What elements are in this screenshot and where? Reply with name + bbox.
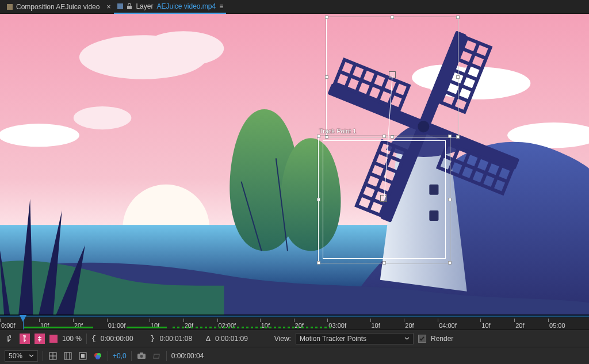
ruler-tick: 01:00f: [107, 319, 150, 325]
scale-value[interactable]: 100 %: [62, 335, 82, 343]
track-attach-point[interactable]: [389, 71, 396, 78]
view-dropdown-value: Motion Tracker Points: [300, 335, 366, 343]
tab-composition[interactable]: Composition AEJuice video: [3, 0, 103, 14]
tab-layer-prefix: Layer: [136, 2, 153, 10]
svg-point-7: [0, 124, 79, 147]
tab-layer[interactable]: Layer AEJuice video.mp4 ≡: [114, 0, 226, 14]
delta-time: 0:00:01:09: [215, 335, 248, 343]
ruler-tick: 05:00: [548, 319, 589, 325]
time-ticks: 0:00f10f20f01:00f10f20f02:00f10f20f03:00…: [0, 319, 589, 330]
ruler-tick: 10f: [150, 319, 183, 325]
ruler-tick: 10f: [370, 319, 404, 325]
panel-tabs: Composition AEJuice video × Layer AEJuic…: [0, 0, 589, 14]
ruler-tick: 02:00f: [217, 319, 260, 325]
render-checkbox[interactable]: [418, 335, 426, 343]
ruler-tick: 10f: [260, 319, 294, 325]
svg-rect-47: [64, 352, 71, 359]
chevron-down-icon: [29, 352, 34, 360]
svg-point-3: [74, 106, 132, 129]
svg-rect-13: [429, 210, 438, 221]
ruler-tick: 0:00f: [0, 319, 39, 325]
footer-bar: 50% +0,0: [0, 347, 589, 364]
track-feature-center[interactable]: [380, 195, 387, 202]
time-ruler[interactable]: 0:00f10f20f01:00f10f20f02:00f10f20f03:00…: [0, 315, 589, 329]
out-time[interactable]: 0:00:01:08: [159, 335, 192, 343]
ruler-tick: 20f: [514, 319, 548, 325]
viewer[interactable]: Track Point 1: [0, 14, 589, 315]
svg-point-52: [95, 355, 100, 359]
cache-segment: [24, 327, 93, 328]
ruler-tick: 20f: [73, 319, 107, 325]
lock-icon: [127, 3, 132, 10]
preview-artwork: [0, 14, 589, 315]
svg-rect-55: [140, 352, 143, 354]
view-dropdown[interactable]: Motion Tracker Points: [296, 333, 414, 344]
chevron-down-icon: [404, 335, 410, 343]
cache-segment: [127, 327, 167, 328]
in-bracket-icon[interactable]: {: [91, 334, 96, 343]
ruler-tick: 10f: [39, 319, 73, 325]
view-label: View:: [274, 335, 291, 343]
zoom-value: 50%: [9, 352, 22, 360]
motion-sketch-icon[interactable]: [5, 334, 15, 344]
close-tab-icon[interactable]: ×: [106, 3, 110, 11]
panel-menu-icon[interactable]: ≡: [219, 2, 223, 10]
ruler-tick: 04:00f: [438, 319, 480, 325]
ruler-tick: 20f: [183, 319, 217, 325]
render-label: Render: [431, 335, 453, 343]
track-point-label: Track Point 1: [319, 128, 356, 135]
current-time[interactable]: 0:00:00:04: [171, 352, 204, 360]
ruler-tick: 20f: [404, 319, 438, 325]
ruler-tick: 10f: [480, 319, 514, 325]
show-snapshot-icon[interactable]: [151, 351, 162, 361]
snapshot-icon[interactable]: [136, 351, 147, 361]
mask-icon[interactable]: [78, 351, 88, 361]
exposure-value[interactable]: +0,0: [113, 352, 127, 360]
channels-icon[interactable]: [93, 351, 103, 361]
ruler-tick: 20f: [294, 319, 328, 325]
out-bracket-icon[interactable]: }: [151, 334, 155, 343]
tab-composition-label: Composition AEJuice video: [16, 3, 100, 11]
roto-brush-icon[interactable]: [20, 334, 30, 344]
in-time[interactable]: 0:00:00:00: [101, 335, 133, 343]
refine-edge-icon[interactable]: [35, 334, 45, 344]
svg-point-54: [140, 355, 143, 358]
guides-icon[interactable]: [63, 351, 73, 361]
tab-layer-name: AEJuice video.mp4: [156, 2, 216, 10]
svg-rect-12: [429, 185, 438, 195]
comp-swatch-icon: [7, 4, 13, 10]
layer-info-bar: 100 % { 0:00:00:00 } 0:00:01:08 Δ 0:00:0…: [0, 329, 589, 347]
alpha-swatch-icon[interactable]: [49, 335, 58, 343]
svg-rect-49: [81, 354, 85, 358]
layer-swatch-icon: [117, 3, 123, 9]
zoom-dropdown[interactable]: 50%: [5, 350, 38, 362]
grid-icon[interactable]: [48, 351, 58, 361]
svg-point-2: [143, 31, 224, 66]
cache-segment-partial: [173, 327, 334, 328]
delta-label: Δ: [206, 335, 211, 343]
work-area-bar[interactable]: [0, 315, 589, 317]
ruler-tick: 03:00f: [327, 319, 370, 325]
